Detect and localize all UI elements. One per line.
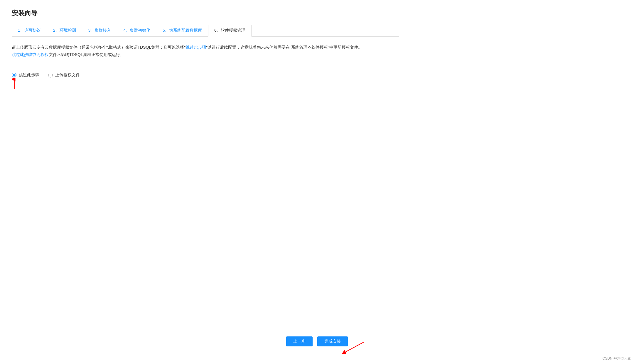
radio-upload-input[interactable] — [48, 73, 53, 77]
radio-group: 跳过此步骤 上传授权文件 — [12, 72, 80, 78]
prev-button[interactable]: 上一步 — [286, 336, 313, 346]
tab-cluster-init[interactable]: 4、集群初始化 — [117, 25, 156, 37]
watermark: CSDN @六位元素 — [602, 356, 631, 361]
tab-env-check[interactable]: 2、环境检测 — [47, 25, 82, 37]
tab-license[interactable]: 1、许可协议 — [12, 25, 47, 37]
description-text-mid: "以进行后续配置，这意味着您未来仍然需要在"系统管理->软件授权"中更新授权文件… — [206, 45, 362, 50]
radio-arrow-annotation — [12, 78, 21, 89]
complete-button[interactable]: 完成安装 — [317, 336, 348, 346]
bottom-actions: 上一步 完成安装 — [286, 336, 348, 346]
description-block: 请上传腾讯云专有云数据库授权文件（通常包括多个*.lic格式）来验证TDSQL集… — [12, 44, 364, 58]
radio-upload-label: 上传授权文件 — [55, 72, 80, 78]
tab-cluster-join[interactable]: 3、集群接入 — [82, 25, 117, 37]
tabs-container: 1、许可协议 2、环境检测 3、集群接入 4、集群初始化 5、为系统配置数据库 … — [12, 25, 399, 37]
description-text-main: 请上传腾讯云专有云数据库授权文件（通常包括多个*.lic格式）来验证TDSQL集… — [12, 45, 186, 50]
skip-link2[interactable]: 跳过此步骤或无授权 — [12, 52, 49, 57]
radio-skip-input[interactable] — [12, 73, 16, 77]
complete-button-container: 完成安装 — [317, 336, 348, 346]
tab-software-auth[interactable]: 6、软件授权管理 — [208, 25, 252, 37]
page-title: 安装向导 — [12, 9, 399, 18]
radio-skip-label: 跳过此步骤 — [19, 72, 39, 78]
description-text-end: 文件不影响TDSQL集群正常使用或运行。 — [49, 52, 124, 57]
radio-skip[interactable]: 跳过此步骤 — [12, 72, 39, 78]
tab-db-config[interactable]: 5、为系统配置数据库 — [156, 25, 208, 37]
skip-link[interactable]: 跳过此步骤 — [186, 45, 206, 50]
radio-upload[interactable]: 上传授权文件 — [48, 72, 80, 78]
